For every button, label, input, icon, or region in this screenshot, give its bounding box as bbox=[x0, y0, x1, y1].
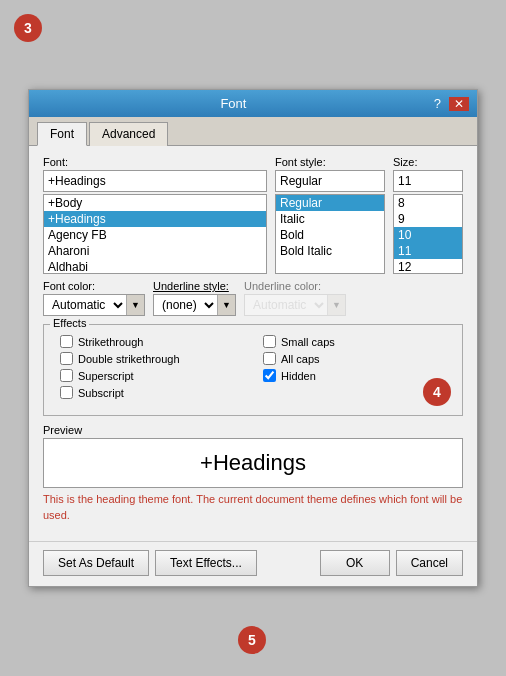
superscript-row: Superscript bbox=[60, 369, 243, 382]
style-label: Font style: bbox=[275, 156, 385, 168]
subscript-row: Subscript bbox=[60, 386, 243, 399]
size-11[interactable]: 11 bbox=[394, 243, 462, 259]
size-label: Size: bbox=[393, 156, 463, 168]
font-size-group: Size: 8 9 10 11 12 bbox=[393, 156, 463, 274]
title-controls: ? ✕ bbox=[430, 97, 469, 111]
underline-style-dropdown[interactable]: (none) ▼ bbox=[153, 294, 236, 316]
tab-strip: Font Advanced bbox=[29, 117, 477, 146]
superscript-checkbox[interactable] bbox=[60, 369, 73, 382]
double-strikethrough-label: Double strikethrough bbox=[78, 353, 180, 365]
dialog-title: Font bbox=[37, 96, 430, 111]
size-12[interactable]: 12 bbox=[394, 259, 462, 274]
font-size-input[interactable] bbox=[393, 170, 463, 192]
style-list-item-italic[interactable]: Italic bbox=[276, 211, 384, 227]
hidden-label: Hidden bbox=[281, 370, 316, 382]
help-button[interactable]: ? bbox=[430, 97, 445, 110]
font-list-item[interactable]: Aldhabi bbox=[44, 259, 266, 274]
effects-title: Effects bbox=[50, 317, 89, 329]
underline-style-arrow[interactable]: ▼ bbox=[217, 295, 235, 315]
underline-style-group: Underline style: (none) ▼ bbox=[153, 280, 236, 316]
text-effects-button[interactable]: Text Effects... bbox=[155, 550, 257, 576]
font-style-input[interactable] bbox=[275, 170, 385, 192]
size-10[interactable]: 10 bbox=[394, 227, 462, 243]
effects-grid: Strikethrough Small caps Double striketh… bbox=[52, 331, 454, 407]
color-underline-row: Font color: Automatic ▼ Underline style:… bbox=[43, 280, 463, 316]
preview-label: Preview bbox=[43, 424, 463, 436]
font-color-dropdown[interactable]: Automatic ▼ bbox=[43, 294, 145, 316]
font-color-label: Font color: bbox=[43, 280, 145, 292]
underline-color-group: Underline color: Automatic ▼ bbox=[244, 280, 346, 316]
preview-text: +Headings bbox=[200, 450, 306, 476]
all-caps-checkbox[interactable] bbox=[263, 352, 276, 365]
strikethrough-label: Strikethrough bbox=[78, 336, 143, 348]
strikethrough-checkbox[interactable] bbox=[60, 335, 73, 348]
step-5-indicator: 5 bbox=[238, 626, 266, 654]
font-list-item[interactable]: Agency FB bbox=[44, 227, 266, 243]
small-caps-checkbox[interactable] bbox=[263, 335, 276, 348]
small-caps-label: Small caps bbox=[281, 336, 335, 348]
font-row: Font: +Body +Headings Agency FB Aharoni … bbox=[43, 156, 463, 274]
style-list-item-bold-italic[interactable]: Bold Italic bbox=[276, 243, 384, 259]
tab-font[interactable]: Font bbox=[37, 122, 87, 146]
underline-label-text: Underline style: bbox=[153, 280, 229, 292]
font-label: Font: bbox=[43, 156, 267, 168]
preview-section: Preview +Headings This is the heading th… bbox=[43, 424, 463, 523]
all-caps-label: All caps bbox=[281, 353, 320, 365]
hidden-checkbox[interactable] bbox=[263, 369, 276, 382]
style-list-item-regular[interactable]: Regular bbox=[276, 195, 384, 211]
font-list[interactable]: +Body +Headings Agency FB Aharoni Aldhab… bbox=[43, 194, 267, 274]
subscript-checkbox[interactable] bbox=[60, 386, 73, 399]
title-bar: Font ? ✕ bbox=[29, 90, 477, 117]
underline-color-label: Underline color: bbox=[244, 280, 346, 292]
close-button[interactable]: ✕ bbox=[449, 97, 469, 111]
font-list-item[interactable]: +Body bbox=[44, 195, 266, 211]
cancel-button[interactable]: Cancel bbox=[396, 550, 463, 576]
underline-color-select: Automatic bbox=[245, 297, 327, 313]
underline-style-select[interactable]: (none) bbox=[154, 297, 217, 313]
preview-box: +Headings bbox=[43, 438, 463, 488]
double-strikethrough-row: Double strikethrough bbox=[60, 352, 243, 365]
size-9[interactable]: 9 bbox=[394, 211, 462, 227]
effects-section: Effects Strikethrough Small caps Double … bbox=[43, 324, 463, 416]
step-4-indicator: 4 bbox=[423, 378, 451, 406]
font-list-item[interactable]: Aharoni bbox=[44, 243, 266, 259]
double-strikethrough-checkbox[interactable] bbox=[60, 352, 73, 365]
set-default-button[interactable]: Set As Default bbox=[43, 550, 149, 576]
font-color-select[interactable]: Automatic bbox=[44, 297, 126, 313]
style-list[interactable]: Regular Italic Bold Bold Italic bbox=[275, 194, 385, 274]
strikethrough-row: Strikethrough bbox=[60, 335, 243, 348]
underline-style-label: Underline style: bbox=[153, 280, 236, 292]
all-caps-row: All caps bbox=[263, 352, 446, 365]
dialog-content: Font: +Body +Headings Agency FB Aharoni … bbox=[29, 146, 477, 541]
font-list-item-selected[interactable]: +Headings bbox=[44, 211, 266, 227]
subscript-label: Subscript bbox=[78, 387, 124, 399]
font-dialog: Font ? ✕ Font Advanced Font: +Body +Head… bbox=[28, 89, 478, 587]
font-name-group: Font: +Body +Headings Agency FB Aharoni … bbox=[43, 156, 267, 274]
size-list[interactable]: 8 9 10 11 12 bbox=[393, 194, 463, 274]
preview-description: This is the heading theme font. The curr… bbox=[43, 492, 463, 523]
font-style-group: Font style: Regular Italic Bold Bold Ita… bbox=[275, 156, 385, 274]
style-list-item-bold[interactable]: Bold bbox=[276, 227, 384, 243]
ok-button[interactable]: OK bbox=[320, 550, 390, 576]
underline-color-arrow: ▼ bbox=[327, 295, 345, 315]
tab-advanced[interactable]: Advanced bbox=[89, 122, 168, 146]
size-8[interactable]: 8 bbox=[394, 195, 462, 211]
font-color-group: Font color: Automatic ▼ bbox=[43, 280, 145, 316]
step-3-indicator: 3 bbox=[14, 14, 42, 42]
small-caps-row: Small caps bbox=[263, 335, 446, 348]
font-color-arrow[interactable]: ▼ bbox=[126, 295, 144, 315]
hidden-row: Hidden bbox=[263, 369, 446, 382]
underline-color-dropdown: Automatic ▼ bbox=[244, 294, 346, 316]
button-row: Set As Default Text Effects... OK Cancel bbox=[29, 541, 477, 586]
superscript-label: Superscript bbox=[78, 370, 134, 382]
font-name-input[interactable] bbox=[43, 170, 267, 192]
